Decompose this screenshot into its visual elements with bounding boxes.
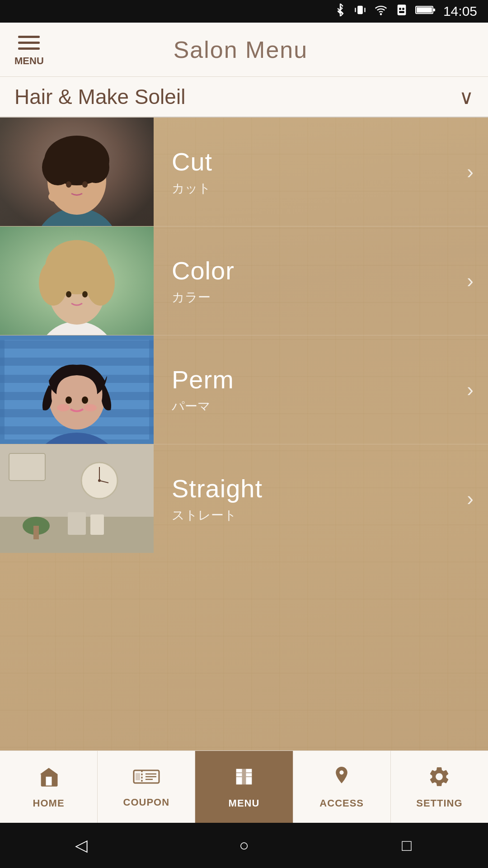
- svg-rect-44: [9, 453, 45, 481]
- menu-item-straight[interactable]: Straight ストレート ›: [0, 444, 488, 553]
- svg-rect-52: [90, 514, 104, 535]
- svg-point-23: [39, 260, 68, 306]
- svg-point-18: [48, 191, 65, 202]
- home-button[interactable]: ○: [230, 832, 258, 859]
- svg-point-17: [82, 181, 88, 188]
- menu-item-cut[interactable]: Cut カット ›: [0, 118, 488, 226]
- svg-point-37: [66, 396, 72, 404]
- color-photo: [0, 226, 154, 335]
- bluetooth-icon: [334, 4, 347, 19]
- menu-item-perm[interactable]: Perm パーマ ›: [0, 335, 488, 444]
- svg-rect-4: [398, 5, 406, 15]
- cut-photo: [0, 118, 154, 226]
- wifi-icon: [374, 4, 388, 19]
- menu-book-icon: [231, 765, 257, 794]
- color-content: Color カラー: [154, 226, 467, 335]
- svg-point-25: [66, 291, 71, 297]
- hamburger-menu-button[interactable]: MENU: [14, 32, 44, 67]
- perm-arrow: ›: [467, 335, 488, 444]
- svg-point-38: [82, 396, 88, 404]
- svg-rect-9: [433, 9, 435, 11]
- access-label: ACCESS: [319, 797, 364, 809]
- salon-selector[interactable]: Hair & Make Soleil ∨: [0, 77, 488, 118]
- menu-grid: Cut カット ›: [0, 118, 488, 750]
- straight-subtitle: ストレート: [172, 507, 449, 524]
- color-title: Color: [172, 256, 449, 285]
- nav-menu[interactable]: MENU: [195, 751, 293, 823]
- sim-icon: [395, 4, 408, 19]
- menu-item-color[interactable]: Color カラー ›: [0, 226, 488, 335]
- home-icon: [37, 765, 61, 794]
- svg-rect-50: [33, 526, 39, 539]
- svg-point-39: [57, 404, 70, 411]
- svg-rect-0: [357, 5, 363, 14]
- straight-photo: [0, 444, 154, 553]
- svg-rect-7: [399, 11, 404, 13]
- setting-label: SETTING: [416, 797, 462, 809]
- gear-icon: [427, 765, 451, 794]
- battery-icon: [415, 4, 436, 19]
- status-time: 14:05: [443, 4, 477, 19]
- svg-rect-55: [136, 773, 140, 780]
- svg-point-3: [380, 14, 381, 14]
- nav-access[interactable]: ACCESS: [293, 751, 391, 823]
- app-header: MENU Salon Menu: [0, 23, 488, 77]
- straight-content: Straight ストレート: [154, 444, 467, 553]
- salon-name: Hair & Make Soleil: [14, 85, 459, 109]
- status-bar: 14:05: [0, 0, 488, 23]
- cut-arrow: ›: [467, 118, 488, 226]
- home-label: HOME: [33, 797, 65, 809]
- svg-rect-1: [355, 8, 356, 12]
- svg-rect-2: [364, 8, 365, 12]
- system-nav: ◁ ○ □: [0, 823, 488, 868]
- svg-point-16: [66, 181, 71, 188]
- cut-subtitle: カット: [172, 180, 449, 197]
- coupon-icon: [133, 766, 160, 793]
- perm-content: Perm パーマ: [154, 335, 467, 444]
- nav-home[interactable]: HOME: [0, 751, 98, 823]
- svg-point-24: [86, 260, 115, 306]
- chevron-down-icon: ∨: [459, 85, 474, 108]
- back-button[interactable]: ◁: [68, 832, 95, 859]
- straight-arrow: ›: [467, 444, 488, 553]
- nav-setting[interactable]: SETTING: [391, 751, 488, 823]
- recents-button[interactable]: □: [393, 832, 420, 859]
- bottom-nav: HOME COUPON MENU: [0, 750, 488, 823]
- svg-rect-10: [417, 7, 432, 13]
- svg-rect-6: [402, 8, 404, 10]
- perm-subtitle: パーマ: [172, 398, 449, 415]
- menu-label-nav: MENU: [229, 797, 260, 809]
- location-icon: [332, 765, 352, 794]
- perm-photo: [0, 335, 154, 444]
- vibrate-icon: [354, 4, 366, 19]
- cut-title: Cut: [172, 147, 449, 176]
- svg-rect-51: [68, 512, 86, 535]
- cut-content: Cut カット: [154, 118, 467, 226]
- straight-title: Straight: [172, 474, 449, 503]
- page-title: Salon Menu: [44, 36, 437, 63]
- svg-point-26: [82, 291, 88, 297]
- svg-point-14: [42, 149, 74, 185]
- perm-title: Perm: [172, 365, 449, 394]
- color-arrow: ›: [467, 226, 488, 335]
- svg-point-40: [84, 404, 97, 411]
- svg-point-15: [82, 151, 109, 183]
- nav-coupon[interactable]: COUPON: [98, 751, 195, 823]
- color-subtitle: カラー: [172, 289, 449, 306]
- coupon-label: COUPON: [123, 797, 170, 808]
- svg-rect-5: [399, 8, 401, 10]
